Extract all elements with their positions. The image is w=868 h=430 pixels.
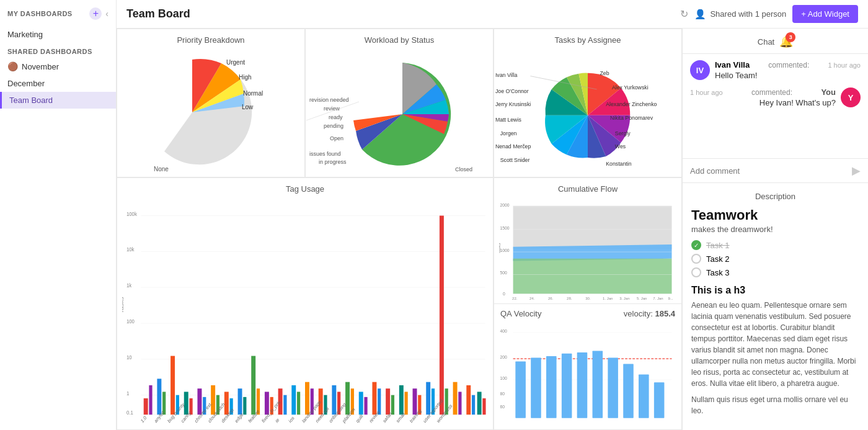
svg-text:22.: 22.: [512, 297, 518, 300]
sidebar-item-december[interactable]: December: [0, 75, 116, 92]
sidebar-header: MY DASHBOARDS + ‹: [0, 0, 116, 26]
svg-text:edge: edge: [234, 411, 244, 424]
task-check-3[interactable]: [691, 267, 701, 277]
qa-velocity-title: QA Velocity velocity: 185.4: [494, 304, 681, 321]
svg-text:100k: 100k: [126, 210, 138, 217]
svg-text:None: None: [154, 166, 169, 172]
cumulative-chart: 2000 1500 1000 500 0 Tasks: [499, 197, 676, 301]
assignee-title: Tasks by Assignee: [494, 29, 681, 47]
description-header: Description: [691, 192, 859, 201]
priority-pie-chart: Urgent High Normal Low None: [130, 47, 291, 177]
avatar-you: Y: [841, 87, 861, 107]
svg-rect-93: [472, 395, 475, 415]
svg-marker-126: [513, 244, 672, 261]
sidebar-item-label: Team Board: [9, 96, 53, 105]
priority-breakdown-title: Priority Breakdown: [117, 29, 304, 47]
chat-header: Chat 🔔 3: [683, 29, 868, 54]
svg-text:Alexander Zinchenko: Alexander Zinchenko: [606, 101, 657, 107]
svg-rect-83: [405, 392, 408, 414]
description-panel: Description Teamwork makes the dreamwork…: [683, 182, 868, 430]
svg-rect-77: [364, 397, 367, 414]
svg-text:Alex Yurkowski: Alex Yurkowski: [612, 84, 649, 90]
task-label-3: Task 3: [706, 268, 730, 277]
svg-text:ie: ie: [274, 417, 280, 424]
avatar-ivan: IV: [690, 60, 710, 80]
sidebar-item-november[interactable]: 🟤 November: [0, 58, 116, 75]
svg-text:500: 500: [500, 271, 508, 275]
topbar-left: Team Board: [126, 7, 190, 20]
svg-rect-74: [345, 382, 350, 415]
msg-time-ivan: 1 hour ago: [828, 61, 861, 69]
workload-body: revision needed review ready pending Ope…: [306, 47, 493, 177]
task-list: ✓ Task 1 Task 2 Task 3: [691, 240, 859, 277]
send-icon[interactable]: ▶: [852, 164, 861, 177]
svg-rect-47: [162, 392, 166, 414]
sidebar-item-team-board[interactable]: Team Board: [0, 92, 116, 109]
svg-text:Konstantin: Konstantin: [606, 160, 631, 166]
description-h3: This is a h3: [691, 285, 859, 296]
svg-rect-58: [238, 388, 242, 414]
svg-text:10k: 10k: [126, 246, 135, 253]
svg-text:Urgent: Urgent: [226, 59, 245, 66]
msg-sender-ivan: Ivan Villa: [715, 60, 750, 69]
svg-rect-158: [531, 357, 541, 418]
sidebar-item-label: Marketing: [7, 30, 43, 39]
svg-text:1000: 1000: [500, 248, 510, 253]
svg-text:pending: pending: [324, 123, 343, 129]
svg-text:1k: 1k: [126, 282, 132, 289]
bottom-right-panel: Cumulative Flow 2000 1500 1000 500 0 Tas…: [494, 177, 682, 430]
cumulative-body: 2000 1500 1000 500 0 Tasks: [494, 196, 681, 303]
svg-text:Nikita Ponomarev: Nikita Ponomarev: [610, 114, 653, 120]
svg-text:100: 100: [126, 318, 135, 325]
collapse-icon[interactable]: ‹: [105, 9, 108, 19]
svg-text:80: 80: [500, 391, 505, 397]
cumulative-widget: Cumulative Flow 2000 1500 1000 500 0 Tas…: [494, 177, 682, 303]
svg-rect-59: [243, 397, 246, 414]
task-label-1: Task 1: [706, 241, 730, 250]
svg-rect-67: [297, 392, 300, 414]
tag-usage-title: Tag Usage: [117, 178, 493, 196]
svg-text:60: 60: [500, 404, 505, 410]
task-check-2[interactable]: [691, 254, 701, 264]
priority-breakdown-widget: Priority Breakdown Urgent High No: [117, 29, 305, 177]
workload-title: Workload by Status: [306, 29, 493, 47]
svg-rect-60: [251, 356, 255, 415]
chat-title: Chat: [758, 37, 774, 47]
svg-text:Joe O'Connor: Joe O'Connor: [495, 87, 529, 94]
sidebar-item-marketing[interactable]: Marketing: [0, 26, 116, 43]
msg-sender-you: You: [821, 87, 836, 97]
svg-rect-164: [623, 364, 634, 418]
svg-text:Tasks: Tasks: [499, 243, 501, 254]
svg-text:1500: 1500: [500, 226, 510, 230]
description-heading: Teamwork: [691, 207, 859, 223]
svg-text:200: 200: [500, 354, 507, 361]
svg-rect-159: [546, 356, 557, 418]
svg-text:issues found: issues found: [309, 151, 341, 157]
shared-dashboards-label: SHARED DASHBOARDS: [0, 43, 116, 58]
cumulative-title: Cumulative Flow: [494, 178, 681, 196]
msg-header-you: You commented: 1 hour ago: [690, 87, 836, 97]
svg-text:small: small: [396, 411, 406, 424]
task-check-1[interactable]: ✓: [691, 240, 701, 250]
svg-rect-48: [170, 356, 175, 415]
refresh-icon[interactable]: ↻: [680, 8, 688, 20]
svg-text:Closed: Closed: [455, 166, 472, 172]
assignee-widget: Tasks by Assignee I: [494, 29, 682, 177]
svg-text:3. Jan: 3. Jan: [619, 297, 629, 300]
msg-action-ivan: commented:: [768, 61, 809, 69]
svg-text:Tasks: Tasks: [122, 297, 125, 313]
description-body: Aenean eu leo quam. Pellentesque ornare …: [691, 300, 859, 389]
svg-text:0: 0: [503, 292, 505, 296]
svg-rect-161: [577, 352, 588, 418]
svg-text:Normal: Normal: [243, 90, 263, 97]
svg-text:9...: 9...: [668, 297, 673, 300]
tag-usage-chart: 100k 10k 1k 100 10 1 0.1 Tasks: [122, 196, 488, 424]
svg-text:ready: ready: [329, 114, 343, 120]
add-widget-button[interactable]: + Add Widget: [792, 5, 858, 23]
topbar-right: ↻ 👤 Shared with 1 person + Add Widget: [680, 5, 858, 23]
add-dashboard-button[interactable]: +: [89, 7, 102, 20]
svg-rect-78: [372, 382, 376, 415]
chat-input[interactable]: [690, 166, 847, 176]
tag-usage-body: 100k 10k 1k 100 10 1 0.1 Tasks: [117, 196, 493, 429]
svg-text:Ivan Villa: Ivan Villa: [495, 72, 517, 78]
